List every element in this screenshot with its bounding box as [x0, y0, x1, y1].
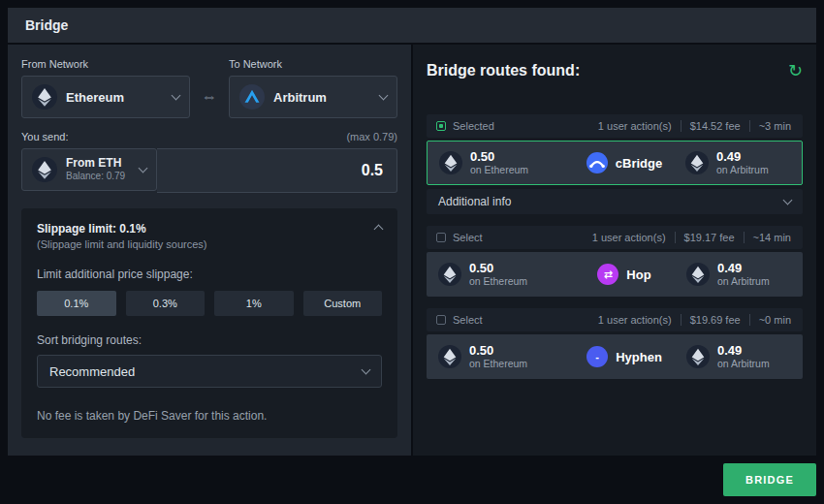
route-select-header[interactable]: Select 1 user action(s) $19.69 fee ~0 mi… [427, 308, 803, 331]
from-network-label: From Network [21, 58, 190, 70]
from-network-value: Ethereum [66, 90, 164, 105]
ethereum-icon [685, 151, 709, 174]
route-to-network: on Arbitrum [716, 164, 769, 175]
route-time: ~14 min [744, 232, 793, 243]
route-time: ~3 min [749, 120, 793, 132]
route-from: 0.50 on Ethereum [438, 262, 562, 288]
route-select-header[interactable]: Selected 1 user action(s) $14.52 fee ~3 … [427, 114, 803, 138]
cbridge-icon [586, 152, 608, 173]
slippage-header[interactable]: Slippage limit: 0.1% (Slippage limit and… [37, 222, 382, 250]
max-amount-note: (max 0.79) [346, 131, 397, 142]
route-bridge: cBridge [563, 152, 685, 173]
chevron-down-icon [139, 164, 148, 173]
route-fee: $14.52 fee [681, 120, 749, 132]
to-network-select[interactable]: Arbitrum [229, 76, 397, 118]
route-bridge-name: Hop [626, 268, 650, 282]
route-select-header[interactable]: Select 1 user action(s) $19.17 fee ~14 m… [427, 226, 803, 249]
ethereum-icon [686, 263, 710, 286]
route-row[interactable]: 0.50 on Ethereum cBridge [427, 141, 803, 185]
from-network-select[interactable]: Ethereum [21, 76, 190, 118]
route-user-actions: 1 user action(s) [589, 314, 681, 326]
route-from: 0.50 on Ethereum [439, 150, 563, 176]
route-to-texts: 0.49 on Arbitrum [717, 344, 770, 370]
route-to-amount: 0.49 [716, 150, 769, 165]
route-fee: $19.69 fee [681, 314, 749, 326]
routes-panel: Bridge routes found: ↻ Selected 1 user a… [413, 45, 816, 456]
route-time: ~0 min [749, 314, 793, 326]
routes-title-row: Bridge routes found: ↻ [427, 62, 803, 79]
route-checkbox-checked[interactable] [436, 121, 446, 131]
route-to-amount: 0.49 [717, 262, 770, 276]
route-from-network: on Ethereum [469, 358, 527, 369]
sort-routes-select[interactable]: Recommended [37, 355, 382, 388]
swap-arrows-icon: ⇔ [202, 87, 218, 107]
route-checkbox[interactable] [436, 233, 446, 242]
network-row: From Network Ethereum ⇔ To Network [21, 58, 397, 118]
slippage-option-1[interactable]: 1% [214, 291, 294, 316]
route-user-actions: 1 user action(s) [589, 120, 681, 132]
slippage-panel: Slippage limit: 0.1% (Slippage limit and… [21, 208, 397, 438]
ethereum-icon [686, 345, 710, 368]
route-from-amount: 0.50 [469, 344, 527, 359]
route-meta: 1 user action(s) $19.17 fee ~14 min [584, 232, 793, 243]
route-bridge-name: Hyphen [616, 350, 662, 364]
additional-info-toggle[interactable]: Additional info [427, 189, 803, 214]
ethereum-icon [32, 84, 57, 110]
titlebar: Bridge [8, 8, 816, 43]
hop-icon: ⇄ [597, 264, 618, 285]
chevron-up-icon [374, 225, 384, 235]
send-input-row: From ETH Balance: 0.79 [21, 148, 397, 193]
route-row[interactable]: 0.50 on Ethereum ⇄ Hop [427, 252, 803, 297]
route-hyphen: Select 1 user action(s) $19.69 fee ~0 mi… [427, 308, 803, 379]
routes-title: Bridge routes found: [427, 62, 580, 79]
route-row[interactable]: 0.50 on Ethereum - Hyphen [427, 334, 803, 379]
additional-info-label: Additional info [438, 195, 511, 208]
to-network-label: To Network [229, 58, 397, 70]
route-to: 0.49 on Arbitrum [685, 150, 790, 176]
token-select[interactable]: From ETH Balance: 0.79 [21, 148, 157, 191]
to-network-group: To Network Arbitrum [229, 58, 397, 118]
route-to-texts: 0.49 on Arbitrum [716, 150, 769, 176]
route-from-texts: 0.50 on Ethereum [469, 344, 527, 370]
route-meta: 1 user action(s) $14.52 fee ~3 min [589, 120, 793, 132]
route-fee: $19.17 fee [675, 232, 744, 243]
ethereum-icon [438, 263, 461, 286]
bridge-button[interactable]: BRIDGE [723, 463, 816, 496]
route-to: 0.49 on Arbitrum [686, 262, 791, 288]
token-balance: Balance: 0.79 [66, 171, 131, 182]
slippage-prompt: Limit additional price slippage: [37, 268, 382, 281]
footer: BRIDGE [8, 456, 816, 496]
route-to-network: on Arbitrum [717, 358, 770, 369]
route-from-amount: 0.50 [470, 150, 528, 165]
from-network-group: From Network Ethereum [21, 58, 190, 118]
sort-routes-value: Recommended [49, 364, 363, 379]
token-texts: From ETH Balance: 0.79 [66, 157, 131, 181]
route-from: 0.50 on Ethereum [438, 344, 562, 370]
route-select-label: Select [453, 314, 483, 326]
eth-token-icon [32, 157, 57, 182]
slippage-option-custom[interactable]: Custom [303, 291, 383, 316]
you-send-row: You send: (max 0.79) [21, 131, 397, 142]
route-meta: 1 user action(s) $19.69 fee ~0 min [589, 314, 793, 326]
arbitrum-icon [239, 84, 265, 110]
slippage-option-0.3[interactable]: 0.3% [126, 291, 206, 316]
refresh-icon[interactable]: ↻ [788, 62, 803, 79]
slippage-options: 0.1% 0.3% 1% Custom [37, 291, 382, 316]
route-from-texts: 0.50 on Ethereum [469, 262, 527, 288]
route-from-texts: 0.50 on Ethereum [470, 150, 528, 176]
route-from-network: on Ethereum [470, 164, 528, 175]
route-from-amount: 0.50 [469, 262, 527, 276]
slippage-option-0.1[interactable]: 0.1% [37, 291, 116, 316]
page-title: Bridge [25, 17, 68, 33]
route-bridge-name: cBridge [616, 156, 662, 171]
amount-input[interactable] [157, 148, 397, 193]
route-bridge: ⇄ Hop [562, 264, 686, 285]
bridge-app: Bridge From Network Ethereum ⇔ [0, 0, 824, 504]
chevron-down-icon [172, 91, 181, 101]
route-to-network: on Arbitrum [717, 275, 770, 287]
swap-networks-button[interactable]: ⇔ [190, 58, 229, 118]
to-network-value: Arbitrum [273, 90, 371, 105]
route-to: 0.49 on Arbitrum [686, 344, 791, 370]
ethereum-icon [438, 345, 461, 368]
route-checkbox[interactable] [436, 315, 446, 325]
